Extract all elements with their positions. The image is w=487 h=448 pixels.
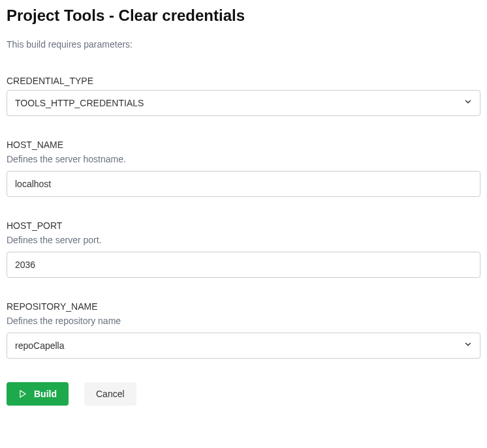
host-name-description: Defines the server hostname. <box>7 154 480 164</box>
play-icon <box>18 389 27 398</box>
credential-type-select[interactable]: TOOLS_HTTP_CREDENTIALS <box>7 90 480 116</box>
page-subtitle: This build requires parameters: <box>7 39 480 50</box>
repository-name-description: Defines the repository name <box>7 316 480 326</box>
build-button-label: Build <box>34 389 57 399</box>
button-row: Build Cancel <box>7 382 480 406</box>
repository-name-label: REPOSITORY_NAME <box>7 301 480 312</box>
host-port-description: Defines the server port. <box>7 235 480 245</box>
field-repository-name: REPOSITORY_NAME Defines the repository n… <box>7 301 480 359</box>
host-port-label: HOST_PORT <box>7 220 480 231</box>
page-title: Project Tools - Clear credentials <box>7 7 480 25</box>
field-host-name: HOST_NAME Defines the server hostname. <box>7 140 480 197</box>
host-port-input[interactable] <box>7 252 480 278</box>
build-button[interactable]: Build <box>7 382 69 406</box>
field-credential-type: CREDENTIAL_TYPE TOOLS_HTTP_CREDENTIALS <box>7 76 480 116</box>
host-name-input[interactable] <box>7 171 480 197</box>
host-name-label: HOST_NAME <box>7 140 480 150</box>
cancel-button[interactable]: Cancel <box>84 382 136 406</box>
field-host-port: HOST_PORT Defines the server port. <box>7 220 480 278</box>
repository-name-select[interactable]: repoCapella <box>7 333 480 359</box>
credential-type-label: CREDENTIAL_TYPE <box>7 76 480 86</box>
svg-marker-0 <box>20 391 25 398</box>
cancel-button-label: Cancel <box>96 389 125 399</box>
